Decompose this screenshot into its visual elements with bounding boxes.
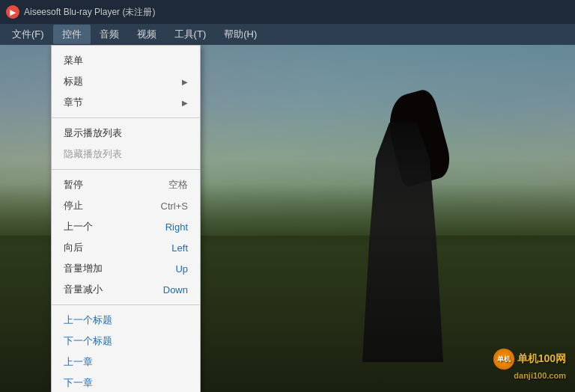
stop-label: 停止 bbox=[64, 199, 146, 212]
menu-control[interactable]: 控件 bbox=[53, 25, 91, 44]
dropdown-vol-up[interactable]: 音量增加 Up bbox=[52, 258, 200, 279]
dropdown-prev[interactable]: 上一个 Right bbox=[52, 216, 200, 237]
next-chapter-label: 下一章 bbox=[64, 376, 188, 390]
vol-up-label: 音量增加 bbox=[64, 262, 160, 275]
menu-group-playback: 暂停 空格 停止 Ctrl+S 上一个 Right 向后 Left 音量增加 U… bbox=[52, 173, 200, 301]
watermark-url: danji100.com bbox=[514, 371, 566, 380]
dropdown-title-label: 标题 bbox=[64, 75, 182, 88]
dropdown-pause[interactable]: 暂停 空格 bbox=[52, 174, 200, 195]
dropdown-stop[interactable]: 停止 Ctrl+S bbox=[52, 195, 200, 216]
pause-shortcut: 空格 bbox=[168, 178, 188, 192]
app-title: Aiseesoft Blu-ray Player (未注册) bbox=[24, 6, 155, 19]
watermark: 单机 单机100网 danji100.com bbox=[493, 349, 566, 380]
menu-tools[interactable]: 工具(T) bbox=[165, 25, 216, 44]
backward-shortcut: Left bbox=[171, 242, 188, 254]
dropdown-title-arrow: ▶ bbox=[182, 78, 188, 86]
dropdown-menu-item[interactable]: 菜单 bbox=[52, 50, 200, 71]
menu-video[interactable]: 视频 bbox=[128, 25, 165, 44]
watermark-site: 单机100网 bbox=[517, 352, 566, 366]
dropdown-next-chapter[interactable]: 下一章 bbox=[52, 373, 200, 392]
dropdown-vol-down[interactable]: 音量减小 Down bbox=[52, 279, 200, 300]
menu-bar: 文件(F) 控件 音频 视频 工具(T) 帮助(H) bbox=[0, 24, 575, 45]
app-icon: ▶ bbox=[6, 5, 19, 19]
vol-down-label: 音量减小 bbox=[64, 283, 148, 296]
dropdown-show-playlist[interactable]: 显示播放列表 bbox=[52, 123, 200, 144]
divider-1 bbox=[52, 117, 200, 118]
watermark-circle: 单机 bbox=[493, 349, 514, 370]
next-title-label: 下一个标题 bbox=[64, 334, 188, 348]
hide-playlist-label: 隐藏播放列表 bbox=[64, 147, 188, 161]
pause-label: 暂停 bbox=[64, 178, 153, 192]
dropdown-menu: 菜单 标题 ▶ 章节 ▶ 显示播放列表 隐藏播放列表 暂停 空格 停止 Ctrl… bbox=[51, 45, 201, 392]
menu-audio[interactable]: 音频 bbox=[91, 25, 128, 44]
dropdown-next-title[interactable]: 下一个标题 bbox=[52, 331, 200, 352]
dropdown-prev-title[interactable]: 上一个标题 bbox=[52, 310, 200, 331]
vol-down-shortcut: Down bbox=[163, 284, 188, 295]
menu-group-playlist: 显示播放列表 隐藏播放列表 bbox=[52, 121, 200, 166]
prev-label: 上一个 bbox=[64, 220, 150, 233]
dropdown-title-item[interactable]: 标题 ▶ bbox=[52, 71, 200, 92]
prev-shortcut: Right bbox=[165, 221, 188, 233]
menu-help[interactable]: 帮助(H) bbox=[215, 25, 266, 44]
dropdown-chapter-item[interactable]: 章节 ▶ bbox=[52, 92, 200, 113]
stop-shortcut: Ctrl+S bbox=[161, 200, 188, 212]
vol-up-shortcut: Up bbox=[175, 263, 188, 275]
dropdown-chapter-arrow: ▶ bbox=[182, 99, 188, 107]
menu-group-nav: 菜单 标题 ▶ 章节 ▶ bbox=[52, 49, 200, 114]
dropdown-prev-chapter[interactable]: 上一章 bbox=[52, 352, 200, 373]
show-playlist-label: 显示播放列表 bbox=[64, 126, 188, 140]
menu-file[interactable]: 文件(F) bbox=[3, 25, 53, 44]
backward-label: 向后 bbox=[64, 241, 156, 254]
dropdown-hide-playlist[interactable]: 隐藏播放列表 bbox=[52, 144, 200, 165]
dropdown-menu-label: 菜单 bbox=[64, 54, 188, 67]
divider-3 bbox=[52, 304, 200, 305]
dropdown-backward[interactable]: 向后 Left bbox=[52, 237, 200, 258]
dropdown-chapter-label: 章节 bbox=[64, 96, 182, 109]
prev-title-label: 上一个标题 bbox=[64, 313, 188, 327]
watermark-logo: 单机 单机100网 bbox=[493, 349, 566, 370]
divider-2 bbox=[52, 169, 200, 170]
title-bar: ▶ Aiseesoft Blu-ray Player (未注册) bbox=[0, 0, 575, 24]
menu-group-titlenav: 上一个标题 下一个标题 上一章 下一章 bbox=[52, 308, 200, 392]
prev-chapter-label: 上一章 bbox=[64, 355, 188, 369]
